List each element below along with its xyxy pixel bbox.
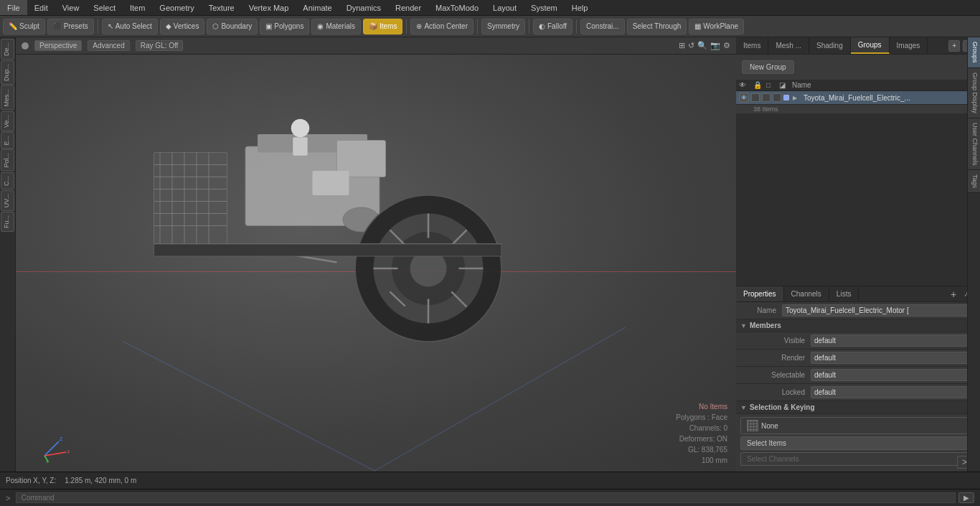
viewport-icon-4[interactable]: 📷 (710, 41, 720, 50)
prop-tab-channels[interactable]: Channels (784, 286, 829, 301)
menu-edit[interactable]: Edit (27, 0, 55, 15)
header-render: ◪ (779, 81, 789, 89)
sidebar-tab-ve[interactable]: Ve... (1, 111, 14, 131)
select-through-button[interactable]: Select Through (627, 19, 687, 34)
right-panel-wrapper: Items Mesh ... Shading Groups Images + ↗… (736, 37, 980, 472)
selection-keying-header[interactable]: ▼ Selection & Keying (736, 401, 980, 414)
separator-4 (529, 19, 529, 34)
select-items-button[interactable]: Select Items (740, 436, 976, 450)
menu-system[interactable]: System (524, 0, 565, 15)
none-button[interactable]: None (740, 417, 976, 434)
menu-layout[interactable]: Layout (486, 0, 524, 15)
group-eye-toggle[interactable]: 👁 (739, 93, 749, 103)
prop-add-button[interactable]: + (946, 289, 961, 300)
sidebar-tab-mes[interactable]: Mes... (1, 85, 14, 111)
perspective-button[interactable]: Perspective (34, 40, 82, 51)
groups-empty-area (736, 113, 980, 286)
sidebar-tab-pol[interactable]: Pol... (1, 149, 14, 172)
auto-select-button[interactable]: ↖ Auto Select (102, 19, 158, 34)
right-vtab-group-display[interactable]: Group Display (968, 68, 980, 118)
menu-file[interactable]: File (0, 0, 27, 15)
tab-mesh[interactable]: Mesh ... (768, 37, 809, 54)
vertices-button[interactable]: ◆ Vertices (160, 19, 205, 34)
svg-rect-2 (245, 146, 380, 226)
materials-button[interactable]: ◉ Materials (311, 19, 361, 34)
sidebar-tab-dup[interactable]: Dup... (1, 60, 14, 85)
viewport-icon-3[interactable]: 🔍 (697, 41, 707, 50)
polygons-button[interactable]: ▣ Polygons (260, 19, 309, 34)
tab-items[interactable]: Items (736, 37, 768, 54)
group-triangle[interactable]: ▶ (793, 95, 797, 101)
symmetry-button[interactable]: Symmetry (481, 19, 525, 34)
group-check-3[interactable] (773, 93, 781, 102)
ray-gl-button[interactable]: Ray GL: Off (136, 40, 184, 51)
prop-selectable-dropdown[interactable]: default ▼ (811, 369, 976, 381)
tab-images[interactable]: Images (890, 37, 928, 54)
svg-point-32 (291, 119, 310, 138)
prop-locked-dropdown[interactable]: default ▼ (811, 386, 976, 398)
menu-help[interactable]: Help (565, 0, 595, 15)
prop-locked-row: Locked default ▼ (736, 384, 980, 401)
svg-point-23 (410, 250, 447, 287)
viewport-grid-svg (16, 55, 736, 472)
command-submit-button[interactable]: ▶ (958, 492, 974, 503)
separator-1 (98, 19, 98, 34)
svg-line-1 (123, 342, 374, 471)
members-section-header[interactable]: ▼ Members (736, 319, 980, 332)
viewport-outer: Perspective Advanced Ray GL: Off ⊞ ↺ 🔍 📷… (16, 37, 736, 472)
prop-name-input[interactable] (782, 304, 976, 317)
menu-geometry[interactable]: Geometry (152, 0, 201, 15)
group-check-2[interactable] (762, 93, 771, 102)
menu-select[interactable]: Select (86, 0, 123, 15)
new-group-button[interactable]: New Group (742, 60, 794, 74)
select-channels-button[interactable]: Select Channels (740, 452, 976, 466)
items-button[interactable]: 📦 Items (363, 19, 402, 34)
advanced-button[interactable]: Advanced (88, 40, 129, 51)
constraints-button[interactable]: Constrai... (580, 19, 625, 34)
svg-rect-33 (293, 137, 307, 156)
menu-maxtomodo[interactable]: MaxToModo (428, 0, 486, 15)
boundary-button[interactable]: ⬡ Boundary (207, 19, 258, 34)
right-vtab-tags[interactable]: Tags (968, 170, 980, 193)
group-check-1[interactable] (751, 93, 760, 102)
svg-rect-35 (154, 244, 502, 256)
falloff-button[interactable]: ◐ Falloff (533, 19, 573, 34)
group-row[interactable]: 👁 ▶ Toyota_Mirai_Fuelcell_Electric_... (736, 91, 980, 105)
prop-visible-dropdown[interactable]: default ▼ (811, 334, 976, 347)
menu-animate[interactable]: Animate (296, 0, 339, 15)
action-center-button[interactable]: ⊕ Action Center (410, 19, 473, 34)
viewport-icon-5[interactable]: ⚙ (723, 41, 730, 50)
command-input[interactable] (16, 492, 956, 503)
separator-3 (477, 19, 478, 34)
svg-text:Y: Y (46, 460, 50, 463)
sidebar-tab-fu[interactable]: Fu... (1, 212, 14, 232)
right-vtab-user-channels[interactable]: User Channels (968, 118, 980, 171)
sculpt-button[interactable]: ✏️ Sculpt (3, 19, 45, 34)
gl-info: GL: 838,765 (676, 444, 727, 455)
tab-shading[interactable]: Shading (809, 37, 851, 54)
menu-dynamics[interactable]: Dynamics (339, 0, 388, 15)
prop-render-row: Render default ▼ (736, 350, 980, 367)
expand-button[interactable]: + (948, 40, 960, 52)
sidebar-tab-c[interactable]: C... (1, 172, 14, 189)
prop-tab-properties[interactable]: Properties (736, 286, 784, 301)
sidebar-tab-e[interactable]: E... (1, 132, 14, 149)
viewport-canvas[interactable]: No Items Polygons : Face Channels: 0 Def… (16, 55, 736, 472)
viewport-icon-2[interactable]: ↺ (688, 41, 694, 50)
sidebar-tab-de[interactable]: De... (1, 39, 14, 60)
sidebar-tab-uv[interactable]: UV... (1, 190, 14, 211)
prop-tab-lists[interactable]: Lists (829, 286, 859, 301)
menu-vertex-map[interactable]: Vertex Map (242, 0, 296, 15)
workplane-button[interactable]: ▦ WorkPlane (689, 19, 744, 34)
tab-groups[interactable]: Groups (851, 37, 890, 54)
viewport-icon-1[interactable]: ⊞ (679, 41, 685, 50)
right-vtab-groups[interactable]: Groups (968, 37, 980, 68)
menu-render[interactable]: Render (388, 0, 428, 15)
prop-selectable-label: Selectable (740, 371, 805, 379)
menu-item[interactable]: Item (123, 0, 152, 15)
menu-texture[interactable]: Texture (202, 0, 242, 15)
prop-render-dropdown[interactable]: default ▼ (811, 352, 976, 364)
viewport-toolbar: Perspective Advanced Ray GL: Off ⊞ ↺ 🔍 📷… (16, 37, 736, 55)
presets-button[interactable]: ⬛ Presets (47, 19, 94, 34)
menu-view[interactable]: View (55, 0, 87, 15)
